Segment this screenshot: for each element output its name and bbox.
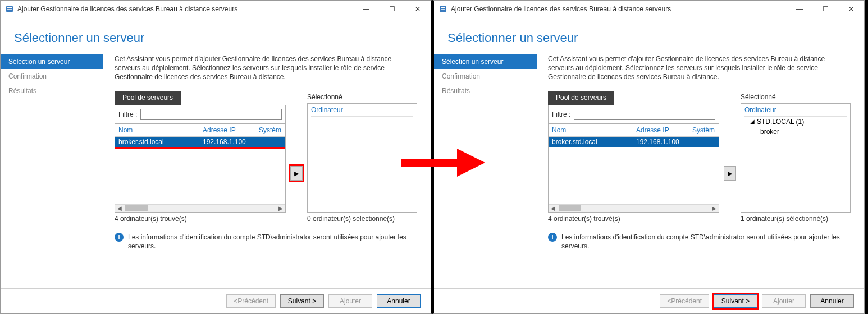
col-header-name[interactable]: Nom: [552, 126, 636, 134]
close-button[interactable]: ✕: [405, 1, 431, 17]
window-controls: — ☐ ✕: [787, 1, 864, 17]
cell-name: broker.std.local: [118, 138, 203, 146]
page-title: Sélectionner un serveur: [447, 31, 851, 45]
svg-rect-1: [7, 7, 12, 8]
description-text: Cet Assistant vous permet d'ajouter Gest…: [115, 54, 417, 82]
maximize-button[interactable]: ☐: [812, 1, 838, 17]
pool-count-label: 4 ordinateur(s) trouvé(s): [115, 213, 286, 223]
tab-server-pool[interactable]: Pool de serveurs: [115, 91, 181, 105]
table-header: Nom Adresse IP Systèm: [549, 124, 719, 137]
col-header-system[interactable]: Systèm: [692, 126, 715, 134]
wizard-body: Sélection un serveur Confirmation Résult…: [434, 51, 864, 288]
col-header-ip[interactable]: Adresse IP: [203, 126, 259, 134]
next-button[interactable]: Suivant >: [714, 294, 757, 308]
wizard-window-left: Ajouter Gestionnaire de licences des ser…: [0, 0, 432, 314]
selected-label: Sélectionné: [307, 91, 417, 103]
minimize-button[interactable]: —: [353, 1, 379, 17]
tree-group[interactable]: ◢ STD.LOCAL (1): [744, 117, 847, 127]
table-row[interactable]: broker.std.local 192.168.1.100: [115, 137, 285, 147]
step-select-server[interactable]: Sélection un serveur: [1, 54, 103, 69]
col-header-system[interactable]: Systèm: [259, 126, 282, 134]
scroll-left-icon[interactable]: ◀: [549, 205, 558, 211]
filter-input[interactable]: [140, 109, 282, 120]
table-row[interactable]: broker.std.local 192.168.1.100: [549, 137, 719, 147]
page-header: Sélectionner un serveur: [1, 17, 431, 51]
info-row: i Les informations d'identification du c…: [115, 223, 417, 251]
scroll-thumb[interactable]: [125, 205, 148, 211]
next-button[interactable]: Suivant >: [280, 294, 324, 308]
maximize-button[interactable]: ☐: [379, 1, 405, 17]
previous-button: < Précédent: [226, 294, 276, 308]
page-title: Sélectionner un serveur: [14, 31, 417, 45]
svg-rect-2: [7, 9, 12, 10]
step-results: Résultats: [1, 84, 103, 98]
app-icon: [438, 4, 447, 13]
filter-label: Filtre :: [552, 110, 570, 118]
titlebar: Ajouter Gestionnaire de licences des ser…: [1, 1, 431, 17]
wizard-steps-sidebar: Sélection un serveur Confirmation Résult…: [434, 51, 537, 288]
svg-rect-4: [441, 7, 445, 8]
svg-rect-5: [441, 9, 445, 10]
add-server-button[interactable]: ▶: [290, 166, 303, 181]
scroll-right-icon[interactable]: ▶: [710, 205, 719, 211]
server-pool-table: Nom Adresse IP Systèm broker.std.local 1…: [115, 124, 286, 213]
filter-row: Filtre :: [548, 105, 719, 124]
selected-column: Sélectionné Ordinateur ◢ STD.LOCAL (1) b…: [741, 91, 851, 223]
horizontal-scrollbar[interactable]: ◀ ▶: [549, 204, 719, 212]
selected-count-label: 0 ordinateur(s) sélectionné(s): [307, 213, 417, 223]
cell-ip: 192.168.1.100: [203, 138, 259, 146]
wizard-footer: < Précédent Suivant > Ajouter Annuler: [1, 288, 431, 313]
window-title: Ajouter Gestionnaire de licences des ser…: [17, 5, 353, 13]
scroll-thumb[interactable]: [559, 205, 581, 211]
window-controls: — ☐ ✕: [353, 1, 431, 17]
description-text: Cet Assistant vous permet d'ajouter Gest…: [548, 54, 851, 82]
filter-input[interactable]: [574, 109, 715, 120]
filter-row: Filtre :: [115, 105, 286, 124]
wizard-footer: < Précédent Suivant > Ajouter Annuler: [434, 288, 864, 313]
selected-label: Sélectionné: [741, 91, 851, 103]
horizontal-scrollbar[interactable]: ◀ ▶: [115, 204, 285, 212]
cancel-button[interactable]: Annuler: [810, 294, 854, 308]
selected-list[interactable]: Ordinateur: [307, 103, 417, 213]
app-icon: [5, 4, 14, 13]
cancel-button[interactable]: Annuler: [377, 294, 421, 308]
cell-name: broker.std.local: [552, 138, 636, 146]
titlebar: Ajouter Gestionnaire de licences des ser…: [434, 1, 864, 17]
cell-system: [692, 138, 715, 146]
close-button[interactable]: ✕: [838, 1, 864, 17]
scroll-right-icon[interactable]: ▶: [276, 205, 285, 211]
step-select-server[interactable]: Sélection un serveur: [434, 54, 537, 69]
info-icon: i: [115, 233, 124, 242]
add-button: Ajouter: [328, 294, 372, 308]
add-server-button[interactable]: ▶: [724, 166, 736, 181]
step-confirmation: Confirmation: [1, 69, 103, 84]
server-pool-column: Pool de serveurs Filtre : Nom Adresse IP…: [115, 91, 286, 223]
scroll-left-icon[interactable]: ◀: [115, 205, 124, 211]
transfer-buttons: ▶: [724, 91, 736, 223]
table-header: Nom Adresse IP Systèm: [115, 124, 285, 137]
previous-button: < Précédent: [660, 294, 709, 308]
wizard-window-right: Ajouter Gestionnaire de licences des ser…: [432, 0, 865, 314]
selected-list[interactable]: Ordinateur ◢ STD.LOCAL (1) broker: [741, 103, 851, 213]
selected-list-header: Ordinateur: [744, 106, 776, 114]
minimize-button[interactable]: —: [787, 1, 812, 17]
wizard-body: Sélection un serveur Confirmation Résult…: [1, 51, 431, 288]
filter-label: Filtre :: [118, 110, 137, 118]
server-pool-table: Nom Adresse IP Systèm broker.std.local 1…: [548, 124, 719, 213]
step-results: Résultats: [434, 84, 537, 98]
wizard-content: Cet Assistant vous permet d'ajouter Gest…: [103, 51, 417, 288]
tree-group-label: STD.LOCAL (1): [757, 118, 804, 126]
add-button: Ajouter: [762, 294, 806, 308]
step-confirmation: Confirmation: [434, 69, 537, 84]
page-header: Sélectionner un serveur: [434, 17, 864, 51]
tab-server-pool[interactable]: Pool de serveurs: [548, 91, 614, 105]
info-text: Les informations d'identification du com…: [561, 233, 851, 251]
tree-leaf[interactable]: broker: [744, 127, 847, 137]
cell-ip: 192.168.1.100: [636, 138, 692, 146]
col-header-name[interactable]: Nom: [118, 126, 203, 134]
wizard-content: Cet Assistant vous permet d'ajouter Gest…: [537, 51, 851, 288]
col-header-ip[interactable]: Adresse IP: [636, 126, 692, 134]
cell-system: [259, 138, 282, 146]
selected-list-header: Ordinateur: [311, 106, 343, 114]
selected-column: Sélectionné Ordinateur 0 ordinateur(s) s…: [307, 91, 417, 223]
